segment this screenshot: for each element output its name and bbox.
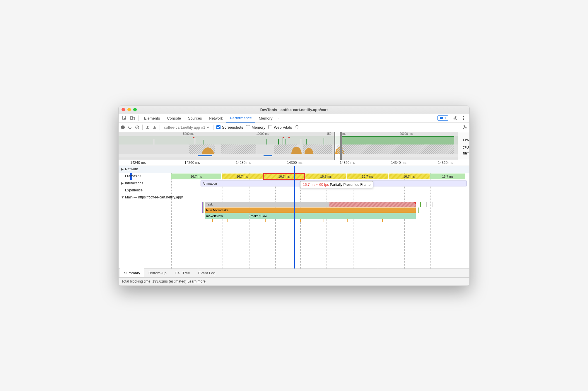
devtools-window: DevTools - coffee-cart.netlify.app/cart … [118, 106, 470, 286]
tab-console[interactable]: Console [163, 114, 184, 123]
svg-rect-2 [132, 117, 134, 120]
track-frames[interactable]: Framesns 16.7 ms 16.7 ms 16.7 ms 16.7 ms… [119, 173, 469, 180]
svg-point-6 [463, 118, 464, 119]
tab-performance[interactable]: Performance [226, 114, 255, 123]
warning-icon [413, 202, 416, 205]
inspect-icon[interactable] [121, 115, 128, 122]
titlebar: DevTools - coffee-cart.netlify.app/cart [119, 106, 469, 114]
upload-button[interactable] [146, 125, 150, 129]
issues-badge[interactable]: 1 [437, 115, 448, 121]
svg-point-5 [463, 116, 464, 117]
screenshots-checkbox[interactable]: Screenshots [216, 125, 243, 130]
track-experience[interactable]: Experience [119, 187, 469, 194]
learn-more-link[interactable]: Learn more [187, 279, 205, 283]
frame-item[interactable]: 16.7 ms [171, 174, 221, 179]
flame-microtasks[interactable]: Run Microtasks [205, 208, 416, 213]
frame-item-selected[interactable]: 16.7 ms [263, 174, 305, 179]
profile-select[interactable]: coffee-cart.netlify.app #1 [163, 125, 210, 130]
frame-item[interactable]: 16.7 ms [222, 174, 263, 179]
frame-item[interactable]: 16.7 ms [430, 174, 465, 179]
clear-button[interactable] [135, 125, 139, 130]
frame-item[interactable]: 16.7 ms [347, 174, 388, 179]
flame-task-long[interactable] [329, 202, 416, 207]
tab-bottomup[interactable]: Bottom-Up [144, 268, 171, 277]
reload-record-button[interactable] [128, 125, 132, 130]
performance-toolbar: coffee-cart.netlify.app #1 Screenshots M… [119, 123, 469, 132]
frame-tooltip: 16.7 ms ~ 60 fps Partially Presented Fra… [300, 181, 373, 188]
message-icon [440, 116, 443, 120]
tab-summary[interactable]: Summary [120, 268, 144, 277]
capture-settings-icon[interactable] [462, 125, 467, 130]
playhead[interactable] [294, 166, 295, 268]
svg-rect-3 [440, 117, 443, 119]
record-button[interactable] [121, 125, 125, 129]
kebab-menu-icon[interactable] [460, 115, 467, 122]
track-network[interactable]: ▶Network [119, 166, 469, 173]
frame-item[interactable]: 16.7 ms [305, 174, 346, 179]
overview-handle-right[interactable] [340, 132, 342, 160]
flame-makeitslow[interactable]: makeItSlow [205, 213, 249, 219]
tab-elements[interactable]: Elements [141, 114, 163, 123]
svg-point-10 [464, 127, 465, 128]
tab-sources[interactable]: Sources [184, 114, 206, 123]
svg-point-4 [455, 118, 456, 119]
status-bar: Total blocking time: 193.61ms (estimated… [119, 277, 469, 285]
frame-item[interactable]: 16.7 ms [389, 174, 430, 179]
tab-eventlog[interactable]: Event Log [194, 268, 220, 277]
tab-calltree[interactable]: Call Tree [171, 268, 194, 277]
memory-checkbox[interactable]: Memory [246, 125, 265, 130]
delete-button[interactable] [295, 125, 299, 129]
download-button[interactable] [153, 125, 157, 129]
overview-handle-left[interactable] [334, 132, 335, 160]
details-tabs: Summary Bottom-Up Call Tree Event Log [119, 268, 469, 277]
more-tabs-icon[interactable]: » [277, 116, 279, 120]
svg-point-7 [463, 119, 464, 120]
webvitals-checkbox[interactable]: Web Vitals [268, 125, 292, 130]
overview-timeline[interactable]: 5000 ms 10000 ms 150 ms 20000 ms [119, 132, 469, 160]
tab-network[interactable]: Network [206, 114, 227, 123]
track-main[interactable]: ▼Main — https://coffee-cart.netlify.app/ [119, 194, 469, 201]
window-title: DevTools - coffee-cart.netlify.app/cart [119, 108, 469, 112]
tab-memory[interactable]: Memory [255, 114, 276, 123]
time-ruler: 14240 ms 14260 ms 14280 ms 14300 ms 1432… [119, 160, 469, 166]
track-area[interactable]: ▶Network Framesns 16.7 ms 16.7 ms 16.7 m… [119, 166, 469, 268]
settings-icon[interactable] [452, 115, 459, 122]
svg-line-9 [136, 126, 139, 128]
flame-makeitslow[interactable]: makeItSlow [249, 213, 416, 219]
panel-tabs: Elements Console Sources Network Perform… [119, 114, 469, 123]
device-toggle-icon[interactable] [129, 115, 136, 122]
track-interactions[interactable]: ▶Interactions Animation [119, 180, 469, 187]
